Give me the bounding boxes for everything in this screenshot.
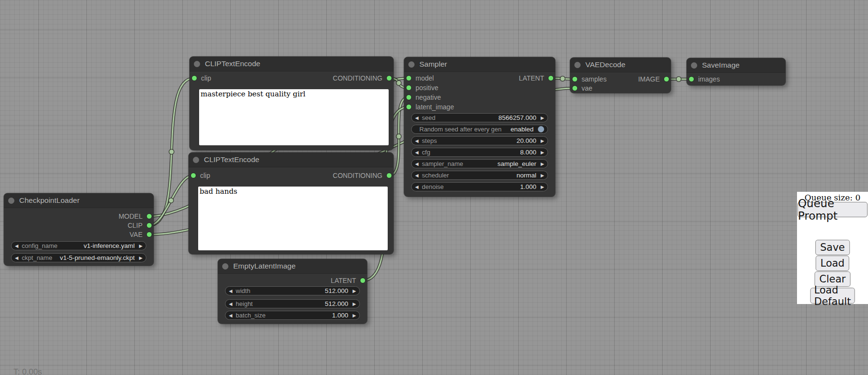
widget-width[interactable]: ◀ width 512.000 ▶ bbox=[225, 286, 360, 295]
stepper-right-icon[interactable]: ▶ bbox=[541, 173, 544, 178]
port-dot-icon[interactable] bbox=[386, 75, 392, 81]
stepper-left-icon[interactable]: ◀ bbox=[415, 173, 418, 178]
widget-denoise[interactable]: ◀ denoise 1.000 ▶ bbox=[411, 182, 548, 191]
collapse-dot-icon[interactable] bbox=[408, 61, 415, 68]
port-dot-icon[interactable] bbox=[572, 85, 578, 91]
stepper-left-icon[interactable]: ◀ bbox=[229, 289, 232, 293]
port-dot-icon[interactable] bbox=[406, 85, 412, 91]
port-dot-icon[interactable] bbox=[406, 104, 412, 110]
input-port-negative[interactable]: negative bbox=[406, 93, 441, 102]
stepper-right-icon[interactable]: ▶ bbox=[541, 185, 544, 189]
widget-config-name[interactable]: ◀ config_name v1-inference.yaml ▶ bbox=[11, 241, 146, 250]
stepper-left-icon[interactable]: ◀ bbox=[229, 313, 232, 318]
stepper-right-icon[interactable]: ▶ bbox=[353, 289, 356, 293]
stepper-left-icon[interactable]: ◀ bbox=[415, 185, 418, 189]
collapse-dot-icon[interactable] bbox=[194, 61, 200, 67]
port-dot-icon[interactable] bbox=[191, 75, 197, 81]
stepper-right-icon[interactable]: ▶ bbox=[541, 116, 544, 120]
input-port-latent-image[interactable]: latent_image bbox=[406, 102, 454, 112]
node-title-bar[interactable]: Sampler bbox=[404, 57, 555, 72]
node-clip-text-encode-negative[interactable]: CLIPTextEncode clip CONDITIONING bad han… bbox=[189, 152, 393, 254]
widget-steps[interactable]: ◀ steps 20.000 ▶ bbox=[411, 136, 548, 145]
input-port-positive[interactable]: positive bbox=[406, 83, 438, 93]
port-dot-icon[interactable] bbox=[406, 94, 412, 100]
link-dot-clip-to-positive[interactable] bbox=[169, 149, 174, 154]
widget-height[interactable]: ◀ height 512.000 ▶ bbox=[225, 299, 360, 308]
input-port-images[interactable]: images bbox=[689, 74, 720, 84]
output-port-vae[interactable]: VAE bbox=[130, 230, 152, 239]
node-empty-latent-image[interactable]: EmptyLatentImage LATENT ◀ width 512.000 … bbox=[218, 259, 367, 324]
port-dot-icon[interactable] bbox=[190, 173, 196, 178]
node-clip-text-encode-positive[interactable]: CLIPTextEncode clip CONDITIONING masterp… bbox=[190, 57, 393, 150]
widget-seed[interactable]: ◀ seed 8566257.000 ▶ bbox=[411, 113, 548, 122]
link-dot-conditioning-negative[interactable] bbox=[396, 134, 401, 139]
input-port-model[interactable]: model bbox=[406, 73, 434, 83]
link-dot-clip-to-negative[interactable] bbox=[168, 198, 173, 203]
output-port-image[interactable]: IMAGE bbox=[638, 74, 669, 84]
node-title-bar[interactable]: SaveImage bbox=[687, 58, 785, 73]
toggle-knob-icon[interactable] bbox=[538, 126, 544, 132]
positive-prompt-textarea[interactable]: masterpiece best quality girl bbox=[199, 89, 389, 145]
output-port-clip[interactable]: CLIP bbox=[128, 221, 152, 230]
output-port-conditioning[interactable]: CONDITIONING bbox=[333, 171, 392, 180]
link-dot-image[interactable] bbox=[676, 77, 681, 82]
stepper-left-icon[interactable]: ◀ bbox=[415, 139, 418, 143]
widget-cfg[interactable]: ◀ cfg 8.000 ▶ bbox=[411, 148, 548, 157]
widget-sampler-name[interactable]: ◀ sampler_name sample_euler ▶ bbox=[411, 159, 548, 168]
widget-ckpt-name[interactable]: ◀ ckpt_name v1-5-pruned-emaonly.ckpt ▶ bbox=[11, 253, 146, 262]
save-button[interactable]: Save bbox=[815, 240, 850, 255]
node-save-image[interactable]: SaveImage images bbox=[687, 58, 785, 85]
stepper-right-icon[interactable]: ▶ bbox=[353, 302, 356, 306]
input-port-samples[interactable]: samples bbox=[572, 74, 606, 84]
output-port-conditioning[interactable]: CONDITIONING bbox=[333, 73, 392, 83]
stepper-left-icon[interactable]: ◀ bbox=[415, 150, 418, 155]
port-dot-icon[interactable] bbox=[689, 76, 694, 82]
widget-scheduler[interactable]: ◀ scheduler normal ▶ bbox=[411, 171, 548, 180]
stepper-left-icon[interactable]: ◀ bbox=[15, 256, 18, 260]
stepper-right-icon[interactable]: ▶ bbox=[541, 139, 544, 143]
load-default-button[interactable]: Load Default bbox=[810, 288, 855, 304]
stepper-left-icon[interactable]: ◀ bbox=[229, 302, 232, 306]
stepper-right-icon[interactable]: ▶ bbox=[139, 256, 143, 260]
node-sampler[interactable]: Sampler model positive negative latent_i… bbox=[404, 57, 555, 197]
stepper-right-icon[interactable]: ▶ bbox=[353, 313, 356, 318]
negative-prompt-textarea[interactable]: bad hands bbox=[198, 187, 388, 250]
input-port-clip[interactable]: clip bbox=[190, 171, 210, 180]
widget-batch-size[interactable]: ◀ batch_size 1.000 ▶ bbox=[225, 311, 360, 320]
link-dot-conditioning-positive[interactable] bbox=[396, 81, 401, 85]
stepper-left-icon[interactable]: ◀ bbox=[415, 116, 418, 120]
output-port-latent[interactable]: LATENT bbox=[519, 73, 554, 83]
load-button[interactable]: Load bbox=[816, 256, 849, 271]
port-dot-icon[interactable] bbox=[664, 76, 669, 82]
node-checkpoint-loader[interactable]: CheckpointLoader MODEL CLIP VAE ◀ config… bbox=[4, 193, 154, 266]
stepper-right-icon[interactable]: ▶ bbox=[541, 150, 544, 155]
node-vae-decode[interactable]: VAEDecode samples vae IMAGE bbox=[570, 58, 671, 93]
link-dot-samples[interactable] bbox=[560, 76, 565, 81]
collapse-dot-icon[interactable] bbox=[691, 62, 697, 69]
node-title-bar[interactable]: CLIPTextEncode bbox=[190, 57, 393, 71]
collapse-dot-icon[interactable] bbox=[574, 62, 581, 68]
queue-prompt-button[interactable]: Queue Prompt bbox=[797, 202, 868, 217]
port-dot-icon[interactable] bbox=[146, 232, 152, 237]
node-title-bar[interactable]: VAEDecode bbox=[570, 58, 671, 72]
widget-random-seed-toggle[interactable]: Random seed after every gen enabled bbox=[411, 125, 548, 134]
collapse-dot-icon[interactable] bbox=[193, 157, 199, 163]
input-port-vae[interactable]: vae bbox=[572, 83, 593, 93]
port-dot-icon[interactable] bbox=[146, 213, 152, 219]
stepper-left-icon[interactable]: ◀ bbox=[15, 244, 18, 248]
port-dot-icon[interactable] bbox=[146, 223, 152, 228]
collapse-dot-icon[interactable] bbox=[8, 198, 14, 204]
stepper-right-icon[interactable]: ▶ bbox=[541, 162, 544, 166]
stepper-left-icon[interactable]: ◀ bbox=[415, 162, 418, 166]
port-dot-icon[interactable] bbox=[406, 75, 412, 81]
output-port-model[interactable]: MODEL bbox=[119, 211, 152, 221]
stepper-right-icon[interactable]: ▶ bbox=[139, 244, 143, 248]
node-title-bar[interactable]: EmptyLatentImage bbox=[218, 259, 367, 274]
port-dot-icon[interactable] bbox=[572, 76, 578, 82]
port-dot-icon[interactable] bbox=[386, 173, 392, 178]
node-title-bar[interactable]: CLIPTextEncode bbox=[189, 152, 393, 167]
output-port-latent[interactable]: LATENT bbox=[331, 276, 366, 285]
collapse-dot-icon[interactable] bbox=[222, 263, 228, 270]
input-port-clip[interactable]: clip bbox=[191, 73, 211, 83]
node-title-bar[interactable]: CheckpointLoader bbox=[4, 193, 154, 208]
